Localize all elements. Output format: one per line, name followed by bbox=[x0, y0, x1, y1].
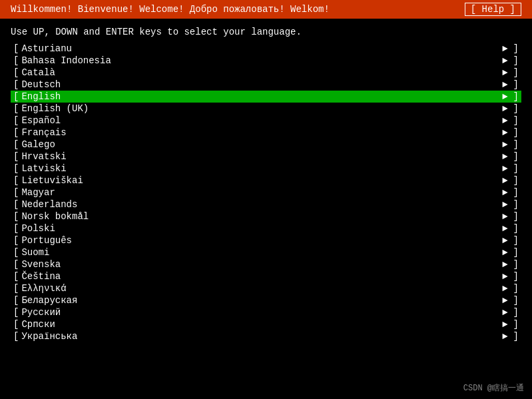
bracket-left: [ bbox=[13, 283, 19, 294]
bracket-right: ] bbox=[513, 319, 519, 330]
language-name: Svenska bbox=[21, 259, 502, 270]
bracket-left: [ bbox=[13, 91, 19, 102]
bracket-left: [ bbox=[13, 211, 19, 222]
language-item[interactable]: [ Lietuviškai ► ] bbox=[11, 175, 521, 187]
bracket-right: ] bbox=[513, 199, 519, 210]
arrow-icon: ► bbox=[502, 199, 507, 210]
arrow-icon: ► bbox=[502, 259, 507, 270]
arrow-icon: ► bbox=[502, 103, 507, 114]
language-item[interactable]: [ Latviski ► ] bbox=[11, 163, 521, 175]
language-name: Deutsch bbox=[21, 79, 502, 90]
arrow-icon: ► bbox=[502, 175, 507, 186]
language-item[interactable]: [ Nederlands ► ] bbox=[11, 199, 521, 210]
language-name: Français bbox=[21, 127, 502, 138]
arrow-icon: ► bbox=[502, 91, 507, 102]
header-bar: Willkommen! Bienvenue! Welcome! Добро по… bbox=[0, 0, 532, 19]
language-name: English bbox=[21, 91, 502, 102]
arrow-icon: ► bbox=[502, 55, 507, 66]
language-name: Polski bbox=[21, 223, 502, 234]
language-item[interactable]: [ Asturianu ► ] bbox=[11, 43, 521, 55]
language-name: Ελληνικά bbox=[21, 283, 502, 294]
bracket-left: [ bbox=[13, 43, 19, 54]
bracket-right: ] bbox=[513, 259, 519, 270]
language-item[interactable]: [ Català ► ] bbox=[11, 67, 521, 79]
language-item[interactable]: [ Hrvatski ► ] bbox=[11, 151, 521, 163]
language-item[interactable]: [ Українська ► ] bbox=[11, 330, 521, 342]
bracket-left: [ bbox=[13, 55, 19, 66]
bracket-left: [ bbox=[13, 175, 19, 186]
bracket-right: ] bbox=[513, 307, 519, 318]
language-item[interactable]: [ Español ► ] bbox=[11, 115, 521, 127]
arrow-icon: ► bbox=[502, 331, 507, 342]
arrow-icon: ► bbox=[502, 115, 507, 126]
language-name: English (UK) bbox=[21, 103, 502, 114]
bracket-left: [ bbox=[13, 115, 19, 126]
arrow-icon: ► bbox=[502, 79, 507, 90]
language-item[interactable]: [ Беларуская ► ] bbox=[11, 294, 521, 306]
arrow-icon: ► bbox=[502, 271, 507, 282]
bracket-right: ] bbox=[513, 115, 519, 126]
instruction-text: Use UP, DOWN and ENTER keys to select yo… bbox=[0, 19, 532, 43]
bracket-right: ] bbox=[513, 247, 519, 258]
language-item[interactable]: [ Magyar ► ] bbox=[11, 187, 521, 199]
arrow-icon: ► bbox=[502, 307, 507, 318]
language-item[interactable]: [ Svenska ► ] bbox=[11, 258, 521, 270]
bracket-left: [ bbox=[13, 127, 19, 138]
bracket-left: [ bbox=[13, 103, 19, 114]
bracket-left: [ bbox=[13, 259, 19, 270]
help-button[interactable]: [ Help ] bbox=[465, 3, 521, 16]
bracket-left: [ bbox=[13, 139, 19, 150]
bracket-left: [ bbox=[13, 223, 19, 234]
language-name: Lietuviškai bbox=[21, 175, 502, 186]
language-item[interactable]: [ Suomi ► ] bbox=[11, 246, 521, 258]
language-item[interactable]: [ Português ► ] bbox=[11, 234, 521, 246]
bracket-right: ] bbox=[513, 67, 519, 78]
bracket-left: [ bbox=[13, 307, 19, 318]
language-item[interactable]: [ Čeština ► ] bbox=[11, 270, 521, 282]
bracket-right: ] bbox=[513, 271, 519, 282]
language-item[interactable]: [ Deutsch ► ] bbox=[11, 79, 521, 91]
language-name: Català bbox=[21, 67, 502, 78]
watermark: CSDN @瞎搞一通 bbox=[463, 382, 524, 394]
bracket-right: ] bbox=[513, 91, 519, 102]
language-item[interactable]: [ English (UK) ► ] bbox=[11, 103, 521, 115]
bracket-left: [ bbox=[13, 67, 19, 78]
arrow-icon: ► bbox=[502, 223, 507, 234]
bracket-right: ] bbox=[513, 127, 519, 138]
bracket-right: ] bbox=[513, 103, 519, 114]
language-name: Беларуская bbox=[21, 295, 502, 306]
arrow-icon: ► bbox=[502, 235, 507, 246]
language-item[interactable]: [ Français ► ] bbox=[11, 127, 521, 139]
arrow-icon: ► bbox=[502, 67, 507, 78]
bracket-right: ] bbox=[513, 175, 519, 186]
language-name: Português bbox=[21, 235, 502, 246]
bracket-left: [ bbox=[13, 247, 19, 258]
language-name: Norsk bokmål bbox=[21, 211, 502, 222]
bracket-right: ] bbox=[513, 211, 519, 222]
language-item[interactable]: [ Norsk bokmål ► ] bbox=[11, 210, 521, 222]
arrow-icon: ► bbox=[502, 247, 507, 258]
bracket-left: [ bbox=[13, 319, 19, 330]
arrow-icon: ► bbox=[502, 163, 507, 174]
language-item[interactable]: [ Galego ► ] bbox=[11, 139, 521, 151]
language-list: [ Asturianu ► ] [ Bahasa Indonesia ► ] [… bbox=[0, 43, 532, 342]
arrow-icon: ► bbox=[502, 187, 507, 198]
language-item[interactable]: [ Bahasa Indonesia ► ] bbox=[11, 55, 521, 67]
language-name: Magyar bbox=[21, 187, 502, 198]
language-name: Српски bbox=[21, 319, 502, 330]
bracket-left: [ bbox=[13, 235, 19, 246]
bracket-left: [ bbox=[13, 163, 19, 174]
language-name: Hrvatski bbox=[21, 151, 502, 162]
bracket-right: ] bbox=[513, 163, 519, 174]
language-item[interactable]: [ Ελληνικά ► ] bbox=[11, 282, 521, 294]
bracket-left: [ bbox=[13, 295, 19, 306]
language-item[interactable]: [ English ► ] bbox=[11, 91, 521, 103]
language-item[interactable]: [ Русский ► ] bbox=[11, 306, 521, 318]
bracket-left: [ bbox=[13, 151, 19, 162]
bracket-right: ] bbox=[513, 55, 519, 66]
language-name: Español bbox=[21, 115, 502, 126]
bracket-right: ] bbox=[513, 235, 519, 246]
language-item[interactable]: [ Polski ► ] bbox=[11, 222, 521, 234]
language-name: Čeština bbox=[21, 271, 502, 282]
language-item[interactable]: [ Српски ► ] bbox=[11, 318, 521, 330]
